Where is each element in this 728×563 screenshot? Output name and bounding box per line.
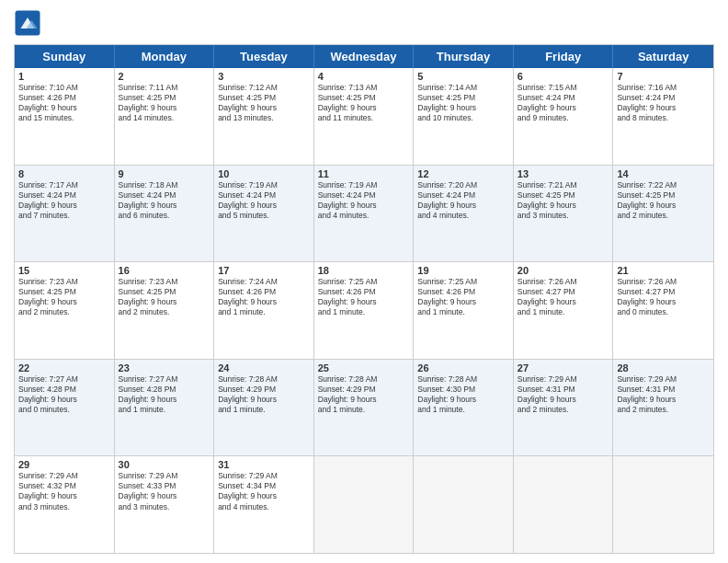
day-info: Sunrise: 7:28 AM Sunset: 4:29 PM Dayligh… xyxy=(318,374,410,415)
header xyxy=(14,9,714,37)
day-number: 1 xyxy=(18,71,110,82)
day-info: Sunrise: 7:29 AM Sunset: 4:33 PM Dayligh… xyxy=(119,471,210,511)
header-day-thursday: Thursday xyxy=(414,45,514,68)
calendar-row-2: 8Sunrise: 7:17 AM Sunset: 4:24 PM Daylig… xyxy=(15,165,713,262)
day-info: Sunrise: 7:21 AM Sunset: 4:25 PM Dayligh… xyxy=(518,180,609,221)
calendar-cell: 15Sunrise: 7:23 AM Sunset: 4:25 PM Dayli… xyxy=(15,262,115,359)
day-info: Sunrise: 7:14 AM Sunset: 4:25 PM Dayligh… xyxy=(417,83,509,123)
calendar-cell: 18Sunrise: 7:25 AM Sunset: 4:26 PM Dayli… xyxy=(314,262,415,359)
calendar-cell: 1Sunrise: 7:10 AM Sunset: 4:26 PM Daylig… xyxy=(15,68,115,165)
day-info: Sunrise: 7:28 AM Sunset: 4:30 PM Dayligh… xyxy=(417,374,509,415)
day-number: 13 xyxy=(518,168,609,179)
day-info: Sunrise: 7:15 AM Sunset: 4:24 PM Dayligh… xyxy=(518,83,609,123)
day-number: 7 xyxy=(617,71,710,82)
day-info: Sunrise: 7:29 AM Sunset: 4:31 PM Dayligh… xyxy=(518,374,609,415)
day-number: 9 xyxy=(119,168,210,179)
day-info: Sunrise: 7:12 AM Sunset: 4:25 PM Dayligh… xyxy=(218,83,310,123)
calendar-cell: 16Sunrise: 7:23 AM Sunset: 4:25 PM Dayli… xyxy=(115,262,215,359)
calendar-cell: 29Sunrise: 7:29 AM Sunset: 4:32 PM Dayli… xyxy=(15,456,115,553)
calendar-cell: 19Sunrise: 7:25 AM Sunset: 4:26 PM Dayli… xyxy=(414,262,514,359)
calendar-cell: 28Sunrise: 7:29 AM Sunset: 4:31 PM Dayli… xyxy=(613,360,713,456)
day-info: Sunrise: 7:25 AM Sunset: 4:26 PM Dayligh… xyxy=(417,277,509,317)
calendar-cell: 12Sunrise: 7:20 AM Sunset: 4:24 PM Dayli… xyxy=(414,166,514,262)
header-day-sunday: Sunday xyxy=(15,45,115,68)
day-number: 16 xyxy=(119,265,210,276)
header-day-tuesday: Tuesday xyxy=(214,45,314,68)
day-number: 3 xyxy=(218,71,310,82)
day-info: Sunrise: 7:23 AM Sunset: 4:25 PM Dayligh… xyxy=(119,277,210,317)
logo-icon xyxy=(14,9,41,37)
day-info: Sunrise: 7:23 AM Sunset: 4:25 PM Dayligh… xyxy=(18,277,110,317)
calendar-cell: 2Sunrise: 7:11 AM Sunset: 4:25 PM Daylig… xyxy=(115,68,215,165)
header-day-friday: Friday xyxy=(514,45,614,68)
calendar-row-1: 1Sunrise: 7:10 AM Sunset: 4:26 PM Daylig… xyxy=(15,68,713,165)
day-number: 24 xyxy=(218,362,310,373)
day-info: Sunrise: 7:13 AM Sunset: 4:25 PM Dayligh… xyxy=(318,83,410,123)
calendar-cell: 20Sunrise: 7:26 AM Sunset: 4:27 PM Dayli… xyxy=(514,262,614,359)
day-info: Sunrise: 7:20 AM Sunset: 4:24 PM Dayligh… xyxy=(417,180,509,221)
day-info: Sunrise: 7:28 AM Sunset: 4:29 PM Dayligh… xyxy=(218,374,310,415)
day-number: 15 xyxy=(18,265,110,276)
calendar-cell: 17Sunrise: 7:24 AM Sunset: 4:26 PM Dayli… xyxy=(214,262,314,359)
header-day-monday: Monday xyxy=(115,45,215,68)
calendar-cell: 26Sunrise: 7:28 AM Sunset: 4:30 PM Dayli… xyxy=(414,360,514,456)
day-info: Sunrise: 7:29 AM Sunset: 4:34 PM Dayligh… xyxy=(218,471,310,511)
day-number: 5 xyxy=(417,71,509,82)
calendar-cell: 22Sunrise: 7:27 AM Sunset: 4:28 PM Dayli… xyxy=(15,360,115,456)
calendar-cell: 8Sunrise: 7:17 AM Sunset: 4:24 PM Daylig… xyxy=(15,166,115,262)
day-info: Sunrise: 7:10 AM Sunset: 4:26 PM Dayligh… xyxy=(18,83,110,123)
day-number: 20 xyxy=(518,265,609,276)
day-info: Sunrise: 7:17 AM Sunset: 4:24 PM Dayligh… xyxy=(18,180,110,221)
day-info: Sunrise: 7:11 AM Sunset: 4:25 PM Dayligh… xyxy=(119,83,210,123)
day-number: 19 xyxy=(417,265,509,276)
calendar-header: SundayMondayTuesdayWednesdayThursdayFrid… xyxy=(15,45,713,68)
calendar-cell: 4Sunrise: 7:13 AM Sunset: 4:25 PM Daylig… xyxy=(314,68,415,165)
calendar-row-3: 15Sunrise: 7:23 AM Sunset: 4:25 PM Dayli… xyxy=(15,261,713,359)
day-info: Sunrise: 7:22 AM Sunset: 4:25 PM Dayligh… xyxy=(617,180,710,221)
day-info: Sunrise: 7:24 AM Sunset: 4:26 PM Dayligh… xyxy=(218,277,310,317)
calendar-body: 1Sunrise: 7:10 AM Sunset: 4:26 PM Daylig… xyxy=(15,68,713,553)
calendar-cell: 25Sunrise: 7:28 AM Sunset: 4:29 PM Dayli… xyxy=(314,360,415,456)
day-info: Sunrise: 7:19 AM Sunset: 4:24 PM Dayligh… xyxy=(218,180,310,221)
day-number: 12 xyxy=(417,168,509,179)
day-number: 23 xyxy=(119,362,210,373)
day-info: Sunrise: 7:29 AM Sunset: 4:31 PM Dayligh… xyxy=(617,374,710,415)
calendar-cell: 10Sunrise: 7:19 AM Sunset: 4:24 PM Dayli… xyxy=(214,166,314,262)
day-info: Sunrise: 7:27 AM Sunset: 4:28 PM Dayligh… xyxy=(119,374,210,415)
day-info: Sunrise: 7:26 AM Sunset: 4:27 PM Dayligh… xyxy=(617,277,710,317)
day-number: 14 xyxy=(617,168,710,179)
header-day-saturday: Saturday xyxy=(613,45,713,68)
day-info: Sunrise: 7:19 AM Sunset: 4:24 PM Dayligh… xyxy=(318,180,410,221)
calendar-cell xyxy=(314,456,415,553)
day-number: 17 xyxy=(218,265,310,276)
day-number: 30 xyxy=(119,459,210,470)
day-info: Sunrise: 7:18 AM Sunset: 4:24 PM Dayligh… xyxy=(119,180,210,221)
day-info: Sunrise: 7:26 AM Sunset: 4:27 PM Dayligh… xyxy=(518,277,609,317)
day-number: 22 xyxy=(18,362,110,373)
day-number: 18 xyxy=(318,265,410,276)
day-number: 8 xyxy=(18,168,110,179)
header-day-wednesday: Wednesday xyxy=(314,45,415,68)
day-number: 6 xyxy=(518,71,609,82)
day-number: 26 xyxy=(417,362,509,373)
calendar-cell xyxy=(414,456,514,553)
calendar-cell: 7Sunrise: 7:16 AM Sunset: 4:24 PM Daylig… xyxy=(613,68,713,165)
calendar-cell: 5Sunrise: 7:14 AM Sunset: 4:25 PM Daylig… xyxy=(414,68,514,165)
calendar-cell: 31Sunrise: 7:29 AM Sunset: 4:34 PM Dayli… xyxy=(214,456,314,553)
calendar-row-4: 22Sunrise: 7:27 AM Sunset: 4:28 PM Dayli… xyxy=(15,359,713,456)
calendar-cell: 30Sunrise: 7:29 AM Sunset: 4:33 PM Dayli… xyxy=(115,456,215,553)
page: SundayMondayTuesdayWednesdayThursdayFrid… xyxy=(0,0,728,563)
calendar-cell: 14Sunrise: 7:22 AM Sunset: 4:25 PM Dayli… xyxy=(613,166,713,262)
day-number: 27 xyxy=(518,362,609,373)
calendar-cell: 6Sunrise: 7:15 AM Sunset: 4:24 PM Daylig… xyxy=(514,68,614,165)
day-number: 29 xyxy=(18,459,110,470)
day-info: Sunrise: 7:29 AM Sunset: 4:32 PM Dayligh… xyxy=(18,471,110,511)
calendar-cell: 21Sunrise: 7:26 AM Sunset: 4:27 PM Dayli… xyxy=(613,262,713,359)
calendar-cell: 9Sunrise: 7:18 AM Sunset: 4:24 PM Daylig… xyxy=(115,166,215,262)
calendar-cell: 27Sunrise: 7:29 AM Sunset: 4:31 PM Dayli… xyxy=(514,360,614,456)
day-number: 10 xyxy=(218,168,310,179)
day-number: 2 xyxy=(119,71,210,82)
calendar-cell: 3Sunrise: 7:12 AM Sunset: 4:25 PM Daylig… xyxy=(214,68,314,165)
calendar: SundayMondayTuesdayWednesdayThursdayFrid… xyxy=(14,44,714,554)
day-info: Sunrise: 7:27 AM Sunset: 4:28 PM Dayligh… xyxy=(18,374,110,415)
